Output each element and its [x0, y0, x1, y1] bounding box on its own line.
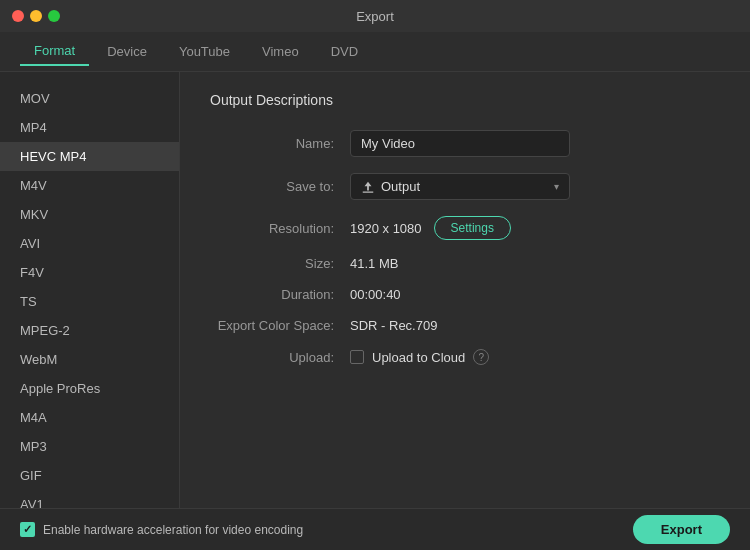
resolution-label: Resolution:	[210, 221, 350, 236]
output-content: Output Descriptions Name: Save to: Outpu…	[180, 72, 750, 508]
tab-device[interactable]: Device	[93, 38, 161, 65]
save-to-value: Output	[381, 179, 420, 194]
hw-accel-row: Enable hardware acceleration for video e…	[20, 522, 303, 537]
name-input[interactable]	[350, 130, 570, 157]
resolution-row: Resolution: 1920 x 1080 Settings	[210, 216, 720, 240]
hw-accel-label: Enable hardware acceleration for video e…	[43, 523, 303, 537]
size-value: 41.1 MB	[350, 256, 398, 271]
minimize-dot[interactable]	[30, 10, 42, 22]
color-space-label: Export Color Space:	[210, 318, 350, 333]
resolution-value: 1920 x 1080	[350, 221, 422, 236]
color-space-row: Export Color Space: SDR - Rec.709	[210, 318, 720, 333]
save-to-row: Save to: Output ▾	[210, 173, 720, 200]
section-title: Output Descriptions	[210, 92, 720, 108]
size-row: Size: 41.1 MB	[210, 256, 720, 271]
export-button[interactable]: Export	[633, 515, 730, 544]
save-to-select[interactable]: Output ▾	[350, 173, 570, 200]
close-dot[interactable]	[12, 10, 24, 22]
name-label: Name:	[210, 136, 350, 151]
upload-icon	[361, 180, 375, 194]
tab-format[interactable]: Format	[20, 37, 89, 66]
window-title: Export	[356, 9, 394, 24]
tab-vimeo[interactable]: Vimeo	[248, 38, 313, 65]
sidebar-item-mkv[interactable]: MKV	[0, 200, 179, 229]
main-layout: MOV MP4 HEVC MP4 M4V MKV AVI F4V TS MPEG…	[0, 72, 750, 508]
title-bar: Export	[0, 0, 750, 32]
tab-bar: Format Device YouTube Vimeo DVD	[0, 32, 750, 72]
sidebar-item-mov[interactable]: MOV	[0, 84, 179, 113]
upload-cloud-label: Upload to Cloud	[372, 350, 465, 365]
color-space-value: SDR - Rec.709	[350, 318, 437, 333]
sidebar-item-mp4[interactable]: MP4	[0, 113, 179, 142]
sidebar-item-webm[interactable]: WebM	[0, 345, 179, 374]
hw-accel-checkbox[interactable]	[20, 522, 35, 537]
traffic-lights	[12, 10, 60, 22]
duration-row: Duration: 00:00:40	[210, 287, 720, 302]
sidebar-item-avi[interactable]: AVI	[0, 229, 179, 258]
sidebar-item-apple-prores[interactable]: Apple ProRes	[0, 374, 179, 403]
sidebar-item-ts[interactable]: TS	[0, 287, 179, 316]
sidebar-item-m4a[interactable]: M4A	[0, 403, 179, 432]
sidebar-item-gif[interactable]: GIF	[0, 461, 179, 490]
format-sidebar: MOV MP4 HEVC MP4 M4V MKV AVI F4V TS MPEG…	[0, 72, 180, 508]
help-icon[interactable]: ?	[473, 349, 489, 365]
sidebar-item-hevc-mp4[interactable]: HEVC MP4	[0, 142, 179, 171]
upload-label: Upload:	[210, 350, 350, 365]
bottom-bar: Enable hardware acceleration for video e…	[0, 508, 750, 550]
size-label: Size:	[210, 256, 350, 271]
tab-youtube[interactable]: YouTube	[165, 38, 244, 65]
sidebar-item-mpeg2[interactable]: MPEG-2	[0, 316, 179, 345]
duration-label: Duration:	[210, 287, 350, 302]
tab-dvd[interactable]: DVD	[317, 38, 372, 65]
maximize-dot[interactable]	[48, 10, 60, 22]
duration-value: 00:00:40	[350, 287, 401, 302]
chevron-down-icon: ▾	[554, 181, 559, 192]
sidebar-item-f4v[interactable]: F4V	[0, 258, 179, 287]
sidebar-item-av1[interactable]: AV1	[0, 490, 179, 508]
sidebar-item-mp3[interactable]: MP3	[0, 432, 179, 461]
upload-cloud-checkbox[interactable]	[350, 350, 364, 364]
sidebar-item-m4v[interactable]: M4V	[0, 171, 179, 200]
save-to-label: Save to:	[210, 179, 350, 194]
settings-button[interactable]: Settings	[434, 216, 511, 240]
upload-row: Upload: Upload to Cloud ?	[210, 349, 720, 365]
name-row: Name:	[210, 130, 720, 157]
